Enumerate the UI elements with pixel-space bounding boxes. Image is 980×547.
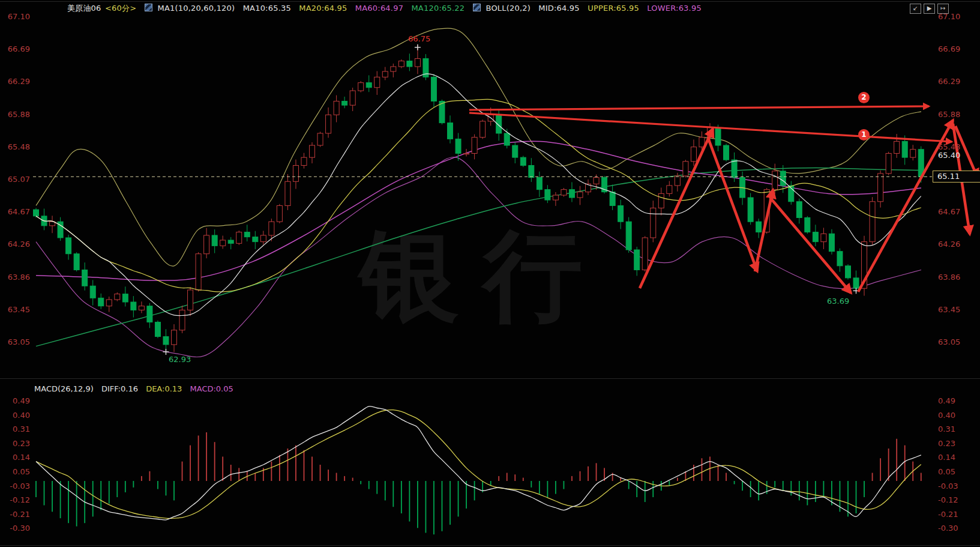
chart-toolbar: ↙ ▶ ↦ xyxy=(910,4,949,14)
boll-mid-value: MID:64.95 xyxy=(538,4,579,13)
last-price-box: 65.11 xyxy=(933,171,980,183)
shift-right-icon[interactable]: ↦ xyxy=(937,4,949,14)
axis-tick-label: -0.12 xyxy=(4,495,30,504)
axis-tick-label: 0.14 xyxy=(4,453,30,462)
macd-dea-value: DEA:0.13 xyxy=(146,384,182,393)
low-price-annotation-a: 62.93 xyxy=(169,355,191,364)
axis-tick-label: 0.40 xyxy=(938,411,955,420)
ma10-value: MA10:65.35 xyxy=(243,4,291,13)
axis-tick-label: 0.14 xyxy=(938,453,955,462)
axis-tick-label: 0.31 xyxy=(938,425,955,434)
right-axis-extra-label: 65.40 xyxy=(938,151,960,160)
ma60-value: MA60:64.97 xyxy=(355,4,403,13)
annotation-circle-1[interactable]: 1 xyxy=(858,129,870,141)
axis-tick-label: 66.29 xyxy=(4,77,30,86)
indicator-toggle-icon[interactable] xyxy=(145,4,152,11)
axis-tick-label: 67.10 xyxy=(4,12,30,21)
main-indicator-header: 美原油06 <60分> MA1(10,20,60,120) MA10:65.35… xyxy=(67,3,707,14)
ma20-value: MA20:64.95 xyxy=(299,4,347,13)
axis-tick-label: -0.21 xyxy=(4,510,30,519)
dea-line xyxy=(36,410,921,519)
axis-tick-label: 0.23 xyxy=(4,439,30,448)
extreme-cross-markers xyxy=(163,44,859,355)
axis-tick-label: 64.26 xyxy=(4,240,30,249)
boll-upper-line xyxy=(36,28,921,266)
collapse-panel-icon[interactable]: ↙ xyxy=(910,4,921,14)
axis-tick-label: 65.88 xyxy=(4,110,30,119)
symbol-title: 美原油06 xyxy=(67,4,101,13)
boll-upper-value: UPPER:65.95 xyxy=(588,4,639,13)
axis-tick-label: -0.03 xyxy=(938,482,958,491)
axis-tick-label: 65.88 xyxy=(938,110,960,119)
axis-tick-label: 65.48 xyxy=(938,142,960,151)
macd-formula-label: MACD(26,12,9) xyxy=(34,384,94,393)
diff-line xyxy=(36,406,921,520)
axis-tick-label: 64.67 xyxy=(4,207,30,216)
axis-tick-label: 63.86 xyxy=(4,273,30,282)
axis-tick-label: -0.12 xyxy=(938,495,958,504)
play-forward-icon[interactable]: ▶ xyxy=(924,4,935,14)
axis-tick-label: 63.45 xyxy=(938,305,960,314)
axis-tick-label: -0.21 xyxy=(938,510,958,519)
axis-tick-label: 65.07 xyxy=(4,175,30,184)
axis-tick-label: 0.05 xyxy=(4,467,30,476)
chart-canvas xyxy=(0,0,980,547)
axis-tick-label: 66.69 xyxy=(4,44,30,53)
boll-lower-value: LOWER:63.95 xyxy=(647,4,702,13)
axis-tick-label: 63.86 xyxy=(938,273,960,282)
ma-group-label: MA1(10,20,60,120) xyxy=(158,4,235,13)
axis-tick-label: 64.67 xyxy=(938,207,960,216)
axis-tick-label: 0.49 xyxy=(938,396,955,405)
axis-tick-label: 66.69 xyxy=(938,44,960,53)
axis-tick-label: 66.29 xyxy=(938,77,960,86)
axis-tick-label: 0.31 xyxy=(4,425,30,434)
axis-tick-label: 0.40 xyxy=(4,411,30,420)
trading-chart-window: 银行 美原油06 <60分> MA1(10,20,60,120) MA10:65… xyxy=(0,0,980,547)
axis-tick-label: 0.05 xyxy=(938,467,955,476)
low-price-annotation-b: 63.69 xyxy=(827,297,849,306)
axis-tick-label: -0.30 xyxy=(938,524,958,533)
axis-tick-label: 65.48 xyxy=(4,142,30,151)
ma60-line xyxy=(36,141,921,280)
axis-tick-label: 0.23 xyxy=(938,439,955,448)
axis-tick-label: -0.30 xyxy=(4,524,30,533)
axis-tick-label: 63.05 xyxy=(4,337,30,346)
axis-tick-label: -0.03 xyxy=(4,482,30,491)
timeframe-label[interactable]: <60分> xyxy=(105,4,136,13)
macd-diff-value: DIFF:0.16 xyxy=(101,384,138,393)
boll-toggle-icon[interactable] xyxy=(473,4,481,11)
ma120-value: MA120:65.22 xyxy=(411,4,464,13)
axis-tick-label: 63.45 xyxy=(4,305,30,314)
macd-value: MACD:0.05 xyxy=(190,384,233,393)
axis-tick-label: 64.26 xyxy=(938,240,960,249)
axis-tick-label: 0.49 xyxy=(4,396,30,405)
boll-label: BOLL(20,2) xyxy=(486,4,531,13)
macd-indicator-header: MACD(26,12,9) DIFF:0.16 DEA:0.13 MACD:0.… xyxy=(34,384,239,393)
high-price-annotation: 66.75 xyxy=(408,34,430,43)
axis-tick-label: 63.05 xyxy=(938,337,960,346)
candles-layer xyxy=(34,45,924,352)
annotation-circle-2[interactable]: 2 xyxy=(858,92,870,103)
